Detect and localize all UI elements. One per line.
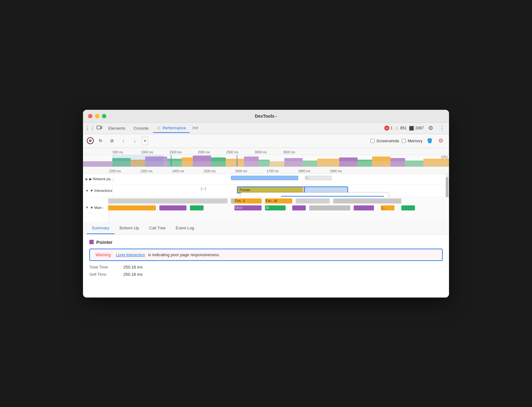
flame-block-fun-ll[interactable]: Fun...ll	[234, 198, 262, 204]
more-tabs-button[interactable]: >>	[190, 124, 200, 132]
total-time-value: 250.18 ms	[123, 265, 143, 269]
warning-row: Warning Long interaction is indicating p…	[89, 249, 443, 261]
detail-mark-1200: 1200 ms	[108, 169, 140, 174]
main-collapse-arrow[interactable]: ▼	[86, 206, 89, 209]
network-collapse-arrow[interactable]: ▶	[86, 177, 88, 181]
maximize-button[interactable]	[102, 114, 106, 118]
gray-block-5	[333, 198, 401, 204]
tab-console[interactable]: Console	[130, 124, 152, 133]
screenshots-check[interactable]	[370, 139, 375, 143]
total-time-label: Total Time	[89, 265, 121, 269]
flame-block-dots[interactable]: (...	[381, 205, 394, 210]
detail-mark-1700: 1700 ms	[266, 169, 298, 174]
error-count-group: ✕ 1	[384, 126, 393, 131]
inspector-icon[interactable]: ⋮⋮	[86, 124, 94, 133]
info-count: 2067	[415, 126, 424, 130]
download-button[interactable]: ↓	[130, 136, 139, 145]
svg-rect-26	[237, 155, 237, 167]
detail-mark-1300: 1300 ms	[140, 169, 171, 174]
screenshots-checkbox[interactable]: Screenshots	[370, 139, 399, 143]
svg-rect-25	[171, 155, 171, 167]
flame-block-tbtr[interactable]: t.b.t.r	[234, 205, 262, 210]
main-track-content: Fun...ll Fun...all t.b.t.r Xt (...	[108, 197, 449, 222]
summary-color-icon	[89, 240, 94, 244]
svg-rect-1	[101, 127, 102, 129]
svg-rect-24	[112, 155, 163, 167]
more-options-icon[interactable]: ⋮	[438, 124, 446, 133]
interactions-track-row: ▼ ▼ Interactions ├─┤ Pointer 250.18	[83, 185, 449, 197]
memory-checkbox[interactable]: Memory	[402, 139, 423, 143]
settings-icon[interactable]: ⚙	[426, 124, 435, 133]
bottom-tabs: Summary Bottom-Up Call Tree Event Log	[83, 222, 449, 234]
gray-block-1	[108, 198, 228, 204]
tab-summary[interactable]: Summary	[87, 222, 115, 234]
tab-bar: ⋮⋮ Elements Console ⚠ Performance >> ✕ 1…	[83, 123, 449, 134]
record-button[interactable]	[87, 137, 94, 144]
tooltip-warning-box: Long interaction is indicating poor page…	[281, 196, 384, 197]
cpu-chart	[83, 155, 449, 167]
tab-bottom-up[interactable]: Bottom-Up	[115, 222, 144, 234]
flame-row-1: Fun...ll Fun...all	[108, 198, 449, 204]
time-mark-2000: 2000 ms	[197, 150, 225, 155]
network-track-content: t...	[114, 174, 449, 184]
net-label: NET	[442, 166, 448, 167]
time-mark-1500: 1500 ms	[168, 150, 197, 155]
network-bar-main[interactable]	[231, 176, 298, 180]
toolbar-right: ✕ 1 ⚠ 851 ⬛ 2067 ⚙ ⋮	[384, 124, 446, 133]
reload-button[interactable]: ↻	[96, 136, 105, 145]
flame-block-fun-all[interactable]: Fun...all	[265, 198, 292, 204]
detail-mark-1500: 1500 ms	[203, 169, 234, 174]
green-block-2	[401, 205, 415, 210]
total-time-row: Total Time 250.18 ms	[89, 265, 443, 269]
self-time-value: 250.18 ms	[123, 272, 143, 277]
flame-row-2: t.b.t.r Xt (...	[108, 205, 449, 211]
devtools-window: DevTools - ⋮⋮ Elements Console ⚠ Perform…	[83, 110, 449, 298]
memory-check[interactable]	[402, 139, 406, 143]
title-bar: DevTools -	[83, 110, 449, 123]
tab-call-tree[interactable]: Call Tree	[144, 222, 171, 234]
tooltip-title: 250.18 ms Pointer Long interaction is in…	[245, 196, 384, 197]
detail-mark-1800: 1800 ms	[298, 169, 329, 174]
tab-event-log[interactable]: Event Log	[171, 222, 199, 234]
garbage-collect-icon[interactable]: 🪣	[425, 136, 434, 145]
cpu-overview: CPU	[83, 155, 449, 167]
gray-block-6	[309, 205, 350, 210]
network-track-row: ▶ ▶ Network pa... t...	[83, 174, 449, 185]
warning-link[interactable]: Long interaction	[116, 252, 145, 257]
main-track-label: ▼ ▼ Main - ...	[83, 197, 108, 222]
info-count-group: ⬛ 2067	[409, 126, 424, 131]
interaction-marker: ├─┤	[200, 187, 207, 191]
error-count: 1	[391, 126, 393, 130]
purple-block-1	[159, 205, 186, 210]
network-track-label: ▶ ▶ Network pa...	[83, 174, 114, 184]
device-icon[interactable]	[95, 124, 104, 133]
purple-block-3	[354, 205, 374, 210]
tracks-area: ▶ ▶ Network pa... t... ▼ ▼ Interactions …	[83, 174, 449, 222]
time-mark-0	[83, 154, 111, 155]
warning-text: is indicating poor page responsiveness.	[148, 252, 220, 257]
info-icon: ⬛	[409, 126, 414, 131]
pointer-bar-label: Pointer	[239, 188, 251, 192]
detail-mark-1900: 1900 ms	[329, 169, 361, 174]
svg-rect-0	[97, 126, 101, 129]
clear-button[interactable]: ⊘	[108, 136, 116, 145]
interactions-collapse-arrow[interactable]: ▼	[86, 189, 89, 192]
tab-elements[interactable]: Elements	[104, 124, 129, 133]
minimize-button[interactable]	[95, 114, 99, 118]
t-bar[interactable]: t...	[305, 176, 332, 180]
dropdown-button[interactable]: ▾	[142, 136, 148, 145]
interactions-label-text: ▼ Interactions	[90, 189, 112, 192]
upload-button[interactable]: ↑	[119, 136, 128, 145]
detail-mark-1400: 1400 ms	[171, 169, 203, 174]
window-title: DevTools -	[255, 114, 277, 119]
timeline-overview[interactable]: 500 ms 1000 ms 1500 ms 2000 ms 2500 ms 3…	[83, 148, 449, 167]
tab-performance[interactable]: ⚠ Performance	[153, 124, 190, 133]
flame-block-xt[interactable]: Xt	[265, 205, 286, 210]
time-mark-1000: 1000 ms	[140, 150, 168, 155]
performance-settings-icon[interactable]: ⚙	[436, 136, 445, 145]
summary-title: Pointer	[89, 239, 443, 245]
warning-count-group: ⚠ 851	[395, 126, 406, 131]
time-mark-3000: 3000 ms	[253, 150, 282, 155]
interaction-tooltip: 250.18 ms Pointer Long interaction is in…	[240, 192, 389, 197]
close-button[interactable]	[88, 114, 92, 118]
